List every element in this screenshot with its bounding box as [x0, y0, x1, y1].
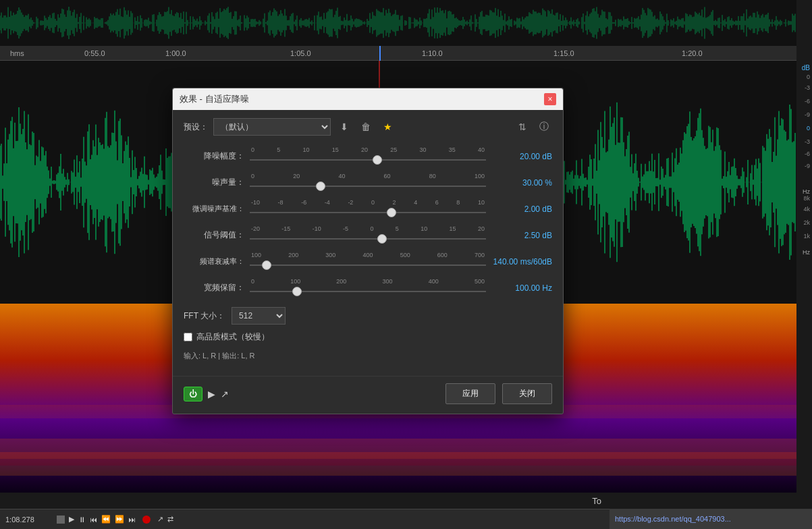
- label-spectral-decay: 频谱衰减率：: [184, 256, 244, 267]
- track-spectral-decay[interactable]: [250, 259, 486, 271]
- export-button[interactable]: ↗: [221, 389, 229, 399]
- playhead-marker: [379, 46, 381, 61]
- mini-waveform: [0, 0, 796, 46]
- track-signal-threshold[interactable]: [250, 233, 486, 245]
- preset-reorder-button[interactable]: ⇅: [514, 119, 531, 135]
- preset-info-button[interactable]: ⓘ: [536, 119, 552, 135]
- preset-delete-button[interactable]: 🗑: [358, 119, 374, 135]
- track-fine-tune[interactable]: [250, 206, 486, 219]
- track-noise-amount[interactable]: [250, 180, 486, 192]
- pause-button[interactable]: ⏸: [78, 516, 86, 524]
- slider-row-signal-threshold: 信号阈值： -20-15-10-505101520 2.50 dB: [184, 225, 552, 245]
- preset-save-button[interactable]: ⬇: [336, 119, 352, 135]
- preset-star-button[interactable]: ★: [379, 119, 396, 135]
- skip-to-end-button[interactable]: ⏭: [128, 516, 136, 524]
- slider-row-spectral-decay: 频谱衰减率： 100200300400500600700 140.00 ms/6…: [184, 252, 552, 271]
- preset-select[interactable]: （默认）: [213, 118, 331, 136]
- fft-label: FFT 大小：: [184, 310, 225, 322]
- hq-checkbox-row: 高品质模式（较慢）: [184, 331, 552, 343]
- scale-broadband: 0100200300400500: [250, 278, 486, 285]
- label-signal-threshold: 信号阈值：: [184, 229, 244, 241]
- label-fine-tune: 微调噪声基准：: [184, 204, 244, 214]
- slider-container-broadband: 0100200300400500: [250, 278, 486, 298]
- value-fine-tune: 2.00 dB: [491, 204, 552, 214]
- label-broadband: 宽频保留：: [184, 282, 244, 294]
- url-text: https://blog.csdn.net/qq_4047903...: [615, 515, 731, 523]
- record-button[interactable]: [142, 516, 151, 524]
- stop-button[interactable]: [57, 516, 65, 524]
- hq-checkbox[interactable]: [184, 333, 192, 341]
- footer-left: ⏻ ▶ ↗: [184, 387, 439, 401]
- apply-button[interactable]: 应用: [445, 383, 495, 404]
- scale-spectral-decay: 100200300400500600700: [250, 252, 486, 258]
- value-spectral-decay: 140.00 ms/60dB: [491, 257, 552, 267]
- scale-fine-tune: -10-8-6-4-20246810: [250, 199, 486, 206]
- sliders-section: 降噪幅度： 0510152025303540 20.00 dB: [184, 146, 552, 298]
- value-signal-threshold: 2.50 dB: [491, 231, 552, 240]
- timeline-ruler: hms 0:55.0 1:00.0 1:05.0 1:10.0 1:15.0 1…: [0, 46, 796, 61]
- svg-rect-1186: [0, 452, 796, 466]
- export-audio-button[interactable]: ↗: [157, 515, 163, 524]
- dialog-title: 效果 - 自适应降噪: [180, 93, 249, 105]
- value-noise-amount: 30.00 %: [491, 178, 552, 188]
- dialog-body: 预设： （默认） ⬇ 🗑 ★ ⇅ ⓘ 降噪幅度： 051015202530354…: [173, 110, 563, 376]
- slider-container-noise-amount: 020406080100: [250, 173, 486, 192]
- preset-row: 预设： （默认） ⬇ 🗑 ★ ⇅ ⓘ: [184, 118, 552, 136]
- fast-forward-button[interactable]: ⏩: [115, 515, 124, 524]
- track-noise-reduction[interactable]: [250, 154, 486, 166]
- close-dialog-button[interactable]: 关闭: [502, 383, 552, 404]
- scale-noise-reduction: 0510152025303540: [250, 146, 486, 153]
- to-label: To: [592, 496, 601, 506]
- hq-checkbox-label[interactable]: 高品质模式（较慢）: [196, 331, 269, 343]
- track-broadband[interactable]: [250, 285, 486, 298]
- dialog-titlebar: 效果 - 自适应降噪 ×: [173, 88, 563, 110]
- slider-container-fine-tune: -10-8-6-4-20246810: [250, 199, 486, 219]
- slider-row-noise-reduction: 降噪幅度： 0510152025303540 20.00 dB: [184, 146, 552, 166]
- value-noise-reduction: 20.00 dB: [491, 152, 552, 161]
- transport-play-button[interactable]: ▶: [69, 515, 74, 524]
- slider-row-noise-amount: 噪声量： 020406080100 30.00 %: [184, 173, 552, 192]
- dialog-close-button[interactable]: ×: [544, 93, 556, 105]
- slider-row-broadband: 宽频保留： 0100200300400500 100.00 Hz: [184, 278, 552, 298]
- io-info: 输入: L, R | 输出: L, R: [184, 351, 552, 361]
- value-broadband: 100.00 Hz: [491, 283, 552, 293]
- label-noise-amount: 噪声量：: [184, 177, 244, 188]
- transport-time: 1:08.278: [5, 516, 53, 524]
- preset-label: 预设：: [184, 121, 208, 133]
- effect-dialog: 效果 - 自适应降噪 × 预设： （默认） ⬇ 🗑 ★ ⇅ ⓘ 降噪幅度：: [172, 88, 564, 414]
- rewind-button[interactable]: ⏪: [101, 515, 111, 524]
- skip-to-start-button[interactable]: ⏮: [90, 516, 97, 524]
- power-button[interactable]: ⏻: [184, 387, 202, 401]
- fft-row: FFT 大小： 512 256 1024 2048: [184, 307, 552, 325]
- slider-container-spectral-decay: 100200300400500600700: [250, 252, 486, 271]
- slider-row-fine-tune: 微调噪声基准： -10-8-6-4-20246810 2.00 dB: [184, 199, 552, 219]
- scale-signal-threshold: -20-15-10-505101520: [250, 225, 486, 232]
- slider-container-noise-reduction: 0510152025303540: [250, 146, 486, 166]
- loop-button[interactable]: ⇄: [167, 515, 173, 524]
- db-scale: dB 0 -3 -6 -9 0 -3 -6 -9 Hz 8k 4k 2k 1k …: [796, 61, 812, 520]
- svg-rect-1187: [0, 466, 796, 476]
- url-bar: https://blog.csdn.net/qq_4047903...: [610, 509, 812, 529]
- scale-noise-amount: 020406080100: [250, 173, 486, 179]
- label-noise-reduction: 降噪幅度：: [184, 150, 244, 162]
- slider-container-signal-threshold: -20-15-10-505101520: [250, 225, 486, 245]
- fft-select[interactable]: 512 256 1024 2048: [232, 307, 286, 325]
- play-button[interactable]: ▶: [208, 389, 215, 399]
- dialog-footer: ⏻ ▶ ↗ 应用 关闭: [173, 376, 563, 414]
